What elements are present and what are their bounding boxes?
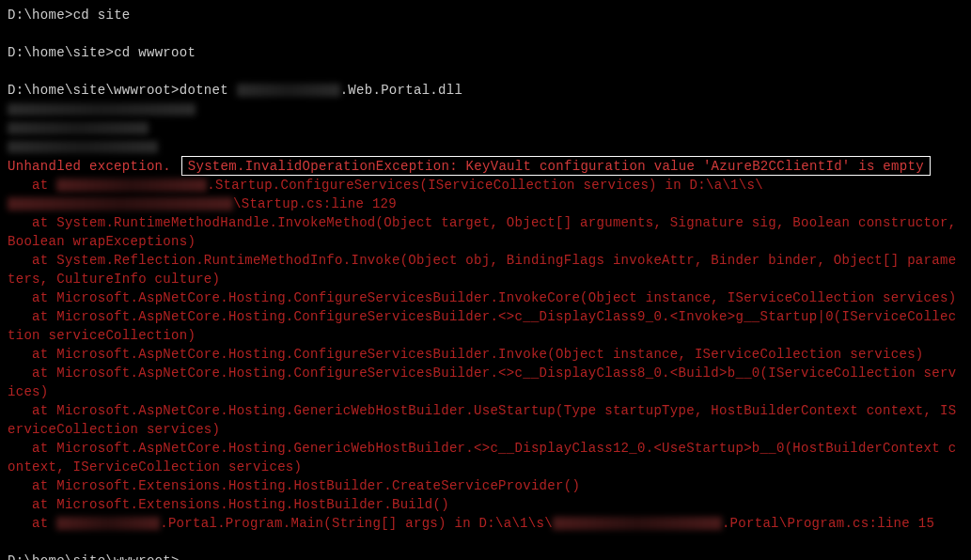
output-redacted-line: X	[8, 118, 963, 137]
redacted-block: X	[8, 141, 158, 153]
stack-text: .Portal.Program.Main(String[] args) in D…	[160, 516, 553, 531]
stack-text: .Startup.ConfigureServices(IServiceColle…	[207, 178, 763, 193]
stack-frame: at Microsoft.Extensions.Hosting.HostBuil…	[8, 495, 963, 514]
redacted-block: X	[8, 122, 149, 134]
stack-frame: at X.Portal.Program.Main(String[] args) …	[8, 514, 963, 533]
prompt-line-1: D:\home>cd site	[8, 6, 963, 24]
output-redacted-line: X	[8, 100, 963, 118]
prompt-path: D:\home\site\wwwroot>	[8, 553, 180, 560]
stack-frame: at Microsoft.AspNetCore.Hosting.Configur…	[8, 288, 963, 307]
stack-frame: at System.Reflection.RuntimeMethodInfo.I…	[8, 251, 963, 288]
blank-line	[8, 533, 963, 552]
command-text: cd wwwroot	[114, 45, 196, 60]
stack-frame: at System.RuntimeMethodHandle.InvokeMeth…	[8, 213, 963, 251]
prompt-line-3: D:\home\site\wwwroot>dotnet XXXXXXXX.Web…	[8, 81, 963, 100]
stack-text: .Portal\Program.cs:line 15	[722, 516, 934, 531]
stack-frame: at Microsoft.Extensions.Hosting.HostBuil…	[8, 476, 963, 495]
unhandled-exception-label: Unhandled exception.	[8, 159, 171, 174]
prompt-path: D:\home\site>	[8, 45, 114, 60]
stack-frame: at X.Startup.ConfigureServices(IServiceC…	[8, 176, 963, 213]
blank-line	[8, 24, 963, 43]
redacted-block: X	[8, 103, 196, 116]
stack-text: \Startup.cs:line 129	[233, 196, 397, 211]
redacted-path: X	[8, 197, 233, 210]
output-redacted-line: X	[8, 137, 963, 156]
exception-highlight-box: System.InvalidOperationException: KeyVau…	[181, 156, 931, 176]
prompt-path: D:\home>	[8, 8, 73, 23]
stack-frame: at Microsoft.AspNetCore.Hosting.Configur…	[8, 364, 963, 401]
command-text-post: .Web.Portal.dll	[340, 83, 463, 98]
redacted-dllname: XXXXXXXX	[237, 84, 340, 97]
stack-frame: at Microsoft.AspNetCore.Hosting.Configur…	[8, 345, 963, 364]
stack-frame: at Microsoft.AspNetCore.Hosting.GenericW…	[8, 439, 963, 476]
stack-frame: at Microsoft.AspNetCore.Hosting.GenericW…	[8, 401, 963, 439]
prompt-path: D:\home\site\wwwroot>	[8, 83, 180, 98]
blank-line	[8, 62, 963, 81]
prompt-line-4: D:\home\site\wwwroot>	[8, 552, 963, 560]
stack-frame: at Microsoft.AspNetCore.Hosting.Configur…	[8, 307, 963, 345]
command-text: cd site	[73, 8, 131, 23]
exception-header-line: Unhandled exception. System.InvalidOpera…	[8, 156, 963, 176]
stack-at: at	[8, 516, 56, 531]
command-text-pre: dotnet	[180, 83, 237, 98]
exception-message: System.InvalidOperationException: KeyVau…	[188, 159, 924, 174]
terminal-output[interactable]: D:\home>cd site D:\home\site>cd wwwroot …	[8, 6, 963, 560]
redacted-namespace: X	[56, 517, 160, 530]
redacted-path: X	[553, 517, 722, 530]
stack-at: at	[8, 178, 56, 193]
prompt-line-2: D:\home\site>cd wwwroot	[8, 43, 963, 62]
redacted-namespace: X	[56, 179, 207, 192]
